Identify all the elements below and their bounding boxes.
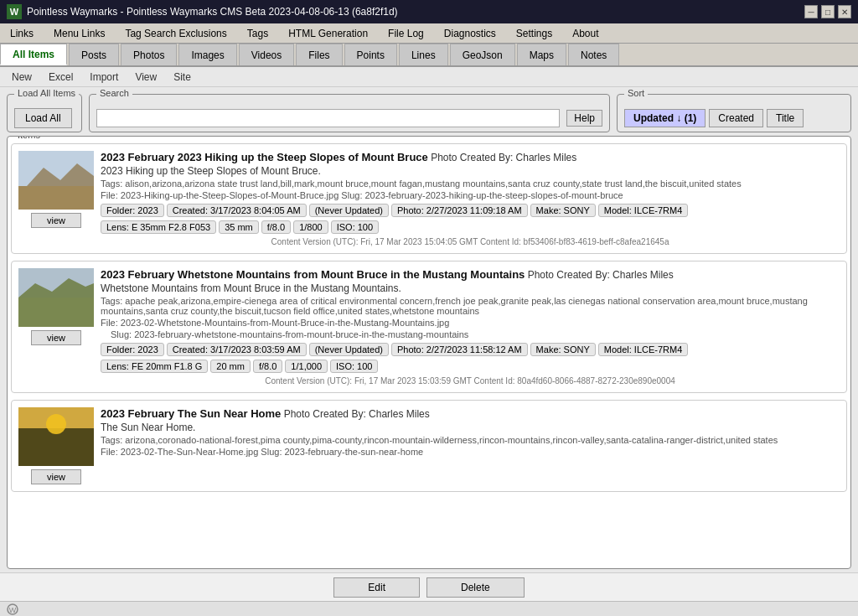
badge: 1/800 (293, 220, 328, 234)
menu-file-log[interactable]: File Log (378, 23, 434, 43)
thumbnail-image-2 (18, 268, 94, 327)
item-file-2: File: 2023-02-Whetstone-Mountains-from-M… (101, 318, 840, 328)
item-content-2: 2023 February Whetstone Mountains from M… (101, 268, 840, 386)
search-label: Search (96, 88, 132, 98)
tab-posts[interactable]: Posts (69, 44, 119, 65)
badge: 20 mm (210, 360, 251, 373)
tab-videos[interactable]: Videos (239, 44, 294, 65)
menu-about[interactable]: About (562, 23, 608, 43)
tab-lines[interactable]: Lines (399, 44, 448, 65)
item-desc-3: The Sun Near Home. (101, 422, 840, 433)
item-desc-2: Whetstone Mountains from Mount Bruce in … (101, 282, 840, 294)
tab-geojson[interactable]: GeoJson (450, 44, 515, 65)
menu-links[interactable]: Links (0, 23, 44, 43)
menu-menu-links[interactable]: Menu Links (44, 23, 115, 43)
badge: ISO: 100 (330, 360, 378, 373)
toolbar-view[interactable]: View (130, 70, 162, 85)
edit-button[interactable]: Edit (333, 577, 420, 598)
item-title-row-2: 2023 February Whetstone Mountains from M… (101, 268, 840, 281)
badge: Photo: 2/27/2023 11:58:12 AM (391, 343, 528, 356)
minimize-button[interactable]: ─ (804, 5, 818, 18)
svg-rect-4 (18, 298, 94, 327)
load-all-label: Load All Items (14, 88, 79, 98)
toolbar-site[interactable]: Site (168, 70, 196, 85)
search-input[interactable] (96, 109, 560, 127)
close-button[interactable]: ✕ (838, 5, 851, 18)
item-type-2: Photo Created By: Charles Miles (528, 269, 674, 281)
view-button-3[interactable]: view (31, 469, 81, 484)
table-row: view 2023 February 2023 Hiking up the St… (11, 143, 847, 254)
badge: Model: ILCE-7RM4 (598, 343, 689, 356)
badge: f/8.0 (261, 220, 291, 234)
item-type-3: Photo Created By: Charles Miles (284, 408, 430, 420)
maximize-button[interactable]: □ (821, 5, 835, 18)
view-button-1[interactable]: view (31, 213, 81, 228)
toolbar-excel[interactable]: Excel (44, 70, 78, 85)
titlebar-controls: ─ □ ✕ (804, 5, 851, 18)
help-button[interactable]: Help (566, 110, 602, 127)
item-thumbnail-3: view (18, 407, 94, 484)
tab-maps[interactable]: Maps (517, 44, 566, 65)
table-row: view 2023 February The Sun Near Home Pho… (11, 400, 847, 492)
badge: Folder: 2023 (101, 204, 164, 217)
toolbar-new[interactable]: New (7, 70, 37, 85)
badge: Photo: 2/27/2023 11:09:18 AM (391, 204, 528, 217)
badge: Make: SONY (530, 204, 596, 217)
items-label: Items (14, 136, 44, 140)
view-button-2[interactable]: view (31, 330, 81, 345)
item-file-3: File: 2023-02-The-Sun-Near-Home.jpg Slug… (101, 447, 840, 457)
thumbnail-image-1 (18, 151, 94, 210)
items-scroll[interactable]: view 2023 February 2023 Hiking up the St… (8, 137, 850, 568)
main-area: Load All Items Load All Search Help Sort… (0, 87, 858, 572)
item-title-1: 2023 February 2023 Hiking up the Steep S… (101, 151, 840, 163)
toolbar: New Excel Import View Site (0, 67, 858, 87)
delete-button[interactable]: Delete (426, 577, 525, 598)
svg-text:W: W (9, 606, 17, 614)
item-content-3: 2023 February The Sun Near Home Photo Cr… (101, 407, 840, 484)
menu-diagnostics[interactable]: Diagnostics (434, 23, 506, 43)
menu-settings[interactable]: Settings (506, 23, 562, 43)
item-tags-2: Tags: apache peak,arizona,empire-cienega… (101, 296, 840, 316)
sort-updated-button[interactable]: Updated ↓ (1) (624, 109, 706, 127)
item-thumbnail-1: view (18, 151, 94, 246)
menu-html-generation[interactable]: HTML Generation (278, 23, 378, 43)
status-bar: W (0, 601, 858, 616)
item-title-text-3: 2023 February The Sun Near Home (101, 407, 281, 420)
tab-points[interactable]: Points (344, 44, 397, 65)
sort-created-button[interactable]: Created (709, 109, 763, 127)
item-content-1: 2023 February 2023 Hiking up the Steep S… (101, 151, 840, 246)
item-thumbnail-2: view (18, 268, 94, 386)
item-badges-1: Folder: 2023 Created: 3/17/2023 8:04:05 … (101, 204, 840, 217)
menubar: Links Menu Links Tag Search Exclusions T… (0, 23, 858, 44)
titlebar: W Pointless Waymarks - Pointless Waymark… (0, 0, 858, 23)
titlebar-left: W Pointless Waymarks - Pointless Waymark… (7, 4, 398, 19)
badge: Lens: FE 20mm F1.8 G (101, 360, 208, 373)
item-tags-1: Tags: alison,arizona,arizona state trust… (101, 179, 840, 189)
load-all-group: Load All Items Load All (7, 94, 82, 132)
menu-tag-search-exclusions[interactable]: Tag Search Exclusions (115, 23, 236, 43)
item-desc-1: 2023 Hiking up the Steep Slopes of Mount… (101, 165, 840, 177)
item-slug-2: Slug: 2023-february-whetstone-mountains-… (101, 329, 840, 339)
tab-images[interactable]: Images (178, 44, 236, 65)
thumbnail-image-3 (18, 407, 94, 466)
item-type-1: Photo Created By: Charles Miles (431, 152, 576, 163)
badge: 1/1,000 (285, 360, 328, 373)
item-title-text-1: 2023 February 2023 Hiking up the Steep S… (101, 151, 428, 163)
badge: Make: SONY (530, 343, 596, 356)
tab-notes[interactable]: Notes (568, 44, 619, 65)
tab-files[interactable]: Files (296, 44, 342, 65)
sort-title-button[interactable]: Title (767, 109, 804, 127)
app-logo: W (7, 4, 22, 19)
menu-tags[interactable]: Tags (237, 23, 278, 43)
item-title-row-3: 2023 February The Sun Near Home Photo Cr… (101, 407, 840, 420)
tab-photos[interactable]: Photos (121, 44, 177, 65)
item-title-text-2: 2023 February Whetstone Mountains from M… (101, 268, 525, 281)
badge: (Never Updated) (309, 204, 389, 217)
tab-all-items[interactable]: All Items (0, 44, 67, 65)
item-tags-3: Tags: arizona,coronado-national-forest,p… (101, 435, 840, 445)
toolbar-import[interactable]: Import (85, 70, 123, 85)
item-badges-2: Folder: 2023 Created: 3/17/2023 8:03:59 … (101, 343, 840, 356)
svg-rect-1 (18, 186, 94, 210)
load-all-button[interactable]: Load All (14, 108, 72, 128)
app-title: Pointless Waymarks - Pointless Waymarks … (27, 6, 398, 18)
